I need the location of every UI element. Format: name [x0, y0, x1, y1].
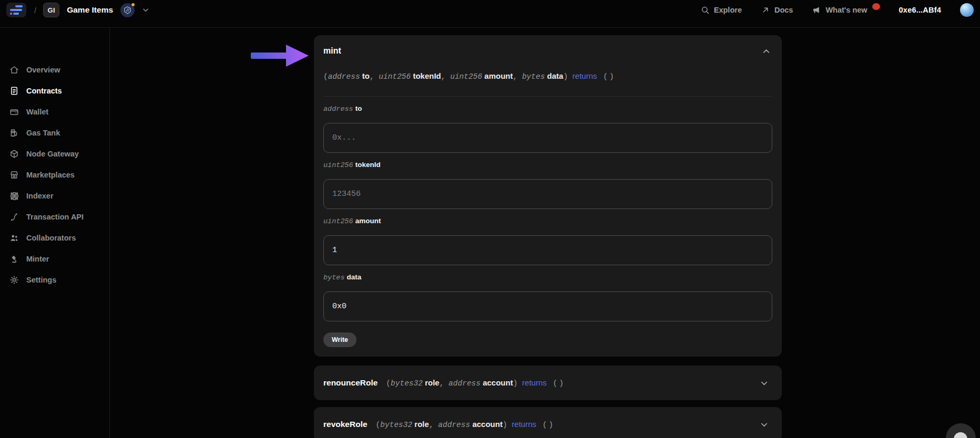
- function-card-renouncerole[interactable]: renounceRole(bytes32 role, address accou…: [314, 366, 782, 400]
- home-icon: [9, 65, 19, 75]
- network-icon[interactable]: [120, 3, 135, 17]
- chevron-down-icon[interactable]: [141, 6, 150, 14]
- sidebar-item-label: Node Gateway: [26, 150, 79, 158]
- sidebar-item-settings[interactable]: Settings: [0, 269, 109, 290]
- field-name: tokenId: [355, 161, 381, 169]
- function-name: revokeRole: [323, 420, 368, 429]
- sidebar-nav: OverviewContractsWalletGas TankNode Gate…: [0, 59, 109, 290]
- project-name: Game Items: [67, 5, 113, 15]
- topbar: / GI Game Items ExploreDocsWhat's new 0x…: [0, 0, 980, 28]
- arrow-up-right-icon: [761, 5, 770, 15]
- sidebar-item-label: Minter: [26, 255, 49, 263]
- wallet-icon: [9, 107, 19, 117]
- nav-item-label: Explore: [714, 6, 742, 14]
- project-badge[interactable]: GI: [43, 3, 59, 17]
- notification-dot: [872, 3, 880, 10]
- write-button[interactable]: Write: [323, 332, 356, 347]
- sidebar-item-label: Marketplaces: [26, 171, 75, 179]
- megaphone-icon: [812, 5, 821, 15]
- function-fields: addresstouint256tokenIduint256amountbyte…: [323, 105, 772, 321]
- field-input-tokenId[interactable]: [323, 179, 772, 209]
- field-input-data[interactable]: [323, 291, 772, 321]
- gear-icon: [9, 275, 19, 285]
- fuel-icon: [9, 128, 19, 138]
- contract-icon: [9, 86, 19, 96]
- wallet-address[interactable]: 0xe6...ABf4: [899, 6, 941, 14]
- function-card-mint: mint (address to, uint256 tokenId, uint2…: [314, 35, 782, 357]
- nav-item-docs[interactable]: Docs: [761, 5, 793, 15]
- nav-item-what-s-new[interactable]: What's new: [812, 5, 880, 15]
- sidebar-item-label: Contracts: [26, 87, 62, 95]
- field-label-data: bytesdata: [323, 273, 772, 282]
- search-icon: [700, 5, 710, 15]
- field-input-amount[interactable]: [323, 235, 772, 265]
- sidebar-item-marketplaces[interactable]: Marketplaces: [0, 164, 109, 185]
- gavel-icon: [9, 254, 19, 264]
- sidebar-item-collaborators[interactable]: Collaborators: [0, 227, 109, 248]
- field-name: amount: [355, 217, 381, 225]
- sidebar-item-label: Settings: [26, 276, 56, 284]
- sidebar-item-label: Collaborators: [26, 234, 76, 242]
- users-icon: [9, 233, 19, 243]
- chat-button-icon: [954, 432, 967, 438]
- function-signature: (bytes32 role, address account) returns …: [376, 420, 758, 430]
- chevron-down-icon[interactable]: [758, 377, 770, 389]
- field-label-to: addressto: [323, 105, 772, 113]
- sidebar-item-label: Gas Tank: [26, 129, 60, 137]
- network-status-dot: [131, 3, 135, 7]
- app-logo[interactable]: [6, 3, 26, 17]
- breadcrumb-separator: /: [34, 6, 36, 15]
- nav-item-label: Docs: [774, 6, 793, 14]
- field-input-to[interactable]: [323, 123, 772, 153]
- storefront-icon: [9, 170, 19, 180]
- sidebar-item-minter[interactable]: Minter: [0, 248, 109, 269]
- function-card-revokerole[interactable]: revokeRole(bytes32 role, address account…: [314, 407, 782, 438]
- divider: [323, 96, 772, 97]
- main-content: mint (address to, uint256 tokenId, uint2…: [110, 28, 980, 438]
- field-type: address: [323, 105, 353, 113]
- topbar-nav: ExploreDocsWhat's new: [700, 5, 880, 15]
- cube-icon: [9, 149, 19, 159]
- field-name: to: [355, 105, 362, 112]
- sidebar-item-indexer[interactable]: Indexer: [0, 185, 109, 206]
- sidebar-item-gas-tank[interactable]: Gas Tank: [0, 122, 109, 143]
- function-name: mint: [323, 46, 341, 56]
- sidebar-item-transaction-api[interactable]: Transaction API: [0, 206, 109, 227]
- function-signature: (address to, uint256 tokenId, uint256 am…: [323, 71, 772, 81]
- sidebar: OverviewContractsWalletGas TankNode Gate…: [0, 28, 110, 438]
- field-label-tokenId: uint256tokenId: [323, 161, 772, 170]
- function-signature: (bytes32 role, address account) returns …: [386, 378, 758, 388]
- sidebar-item-label: Transaction API: [26, 213, 84, 221]
- field-name: data: [347, 273, 362, 281]
- field-type: uint256: [323, 161, 353, 169]
- chevron-up-icon[interactable]: [760, 45, 772, 57]
- field-type: uint256: [323, 217, 353, 225]
- sidebar-item-node-gateway[interactable]: Node Gateway: [0, 143, 109, 164]
- collapsed-function-list: renounceRole(bytes32 role, address accou…: [314, 366, 782, 438]
- field-type: bytes: [323, 274, 345, 281]
- sidebar-item-overview[interactable]: Overview: [0, 59, 109, 80]
- sidebar-item-wallet[interactable]: Wallet: [0, 101, 109, 122]
- sidebar-item-label: Indexer: [26, 192, 54, 200]
- chevron-down-icon[interactable]: [758, 419, 770, 431]
- sidebar-item-contracts[interactable]: Contracts: [0, 80, 109, 101]
- grid-icon: [9, 191, 19, 201]
- nav-item-explore[interactable]: Explore: [700, 5, 742, 15]
- sidebar-item-label: Overview: [26, 66, 60, 74]
- nav-item-label: What's new: [825, 6, 867, 14]
- field-label-amount: uint256amount: [323, 217, 772, 226]
- function-name: renounceRole: [323, 378, 377, 388]
- avatar[interactable]: [960, 3, 974, 17]
- route-icon: [9, 212, 19, 222]
- sidebar-item-label: Wallet: [26, 108, 48, 116]
